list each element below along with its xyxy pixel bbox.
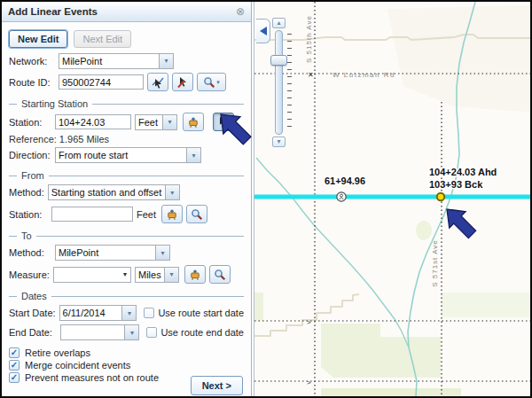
from-section: From: [9, 170, 244, 181]
use-route-start-date-label: Use route start date: [158, 308, 244, 318]
from-search-button[interactable]: [186, 205, 207, 223]
prevent-measures-checkbox[interactable]: ✓: [9, 372, 20, 383]
dates-section: Dates: [9, 291, 244, 301]
station-measure-label: 61+94.96: [325, 176, 365, 186]
to-method-label: Method:: [9, 247, 51, 258]
starting-station-input[interactable]: [55, 114, 131, 129]
field-polygon: [254, 293, 263, 321]
new-edit-button[interactable]: New Edit: [9, 30, 67, 48]
select-route-icon: [152, 76, 164, 89]
pick-station-milepost-button[interactable]: [183, 113, 204, 131]
start-date-label: Start Date:: [9, 308, 56, 318]
retire-overlaps-label: Retire overlaps: [25, 347, 90, 358]
milepost-icon: [189, 269, 201, 281]
next-button[interactable]: Next >: [191, 376, 243, 395]
end-date-picker[interactable]: ▾: [60, 324, 140, 340]
use-route-end-date-label: Use route end date: [160, 327, 244, 338]
field-polygon: [416, 221, 432, 240]
chevron-down-icon[interactable]: ▾: [164, 268, 178, 282]
start-date-value: 6/11/2014: [60, 306, 122, 320]
starting-station-section: Starting Station: [9, 98, 244, 109]
to-search-button[interactable]: [209, 265, 231, 284]
clear-selection-icon: [176, 76, 189, 89]
collapse-panel-button[interactable]: [256, 19, 270, 43]
search-icon: [191, 208, 203, 221]
network-label: Network:: [9, 56, 55, 66]
direction-mark: >: [307, 318, 311, 326]
route-id-input[interactable]: [59, 74, 144, 90]
section-label: Starting Station: [21, 98, 88, 109]
chevron-down-icon[interactable]: ▾: [165, 185, 179, 199]
chevron-down-icon[interactable]: ▾: [186, 148, 200, 162]
close-icon[interactable]: ⊗: [236, 6, 245, 17]
measure-units-value: Miles: [136, 268, 164, 282]
network-value: MilePoint: [59, 54, 159, 68]
from-method-select[interactable]: Starting station and offset ▾: [48, 184, 180, 200]
to-method-select[interactable]: MilePoint ▾: [55, 245, 170, 261]
measure-value: [54, 268, 120, 282]
picked-station-point[interactable]: [437, 193, 444, 200]
merge-coincident-events-checkbox[interactable]: ✓: [9, 360, 20, 371]
map-zoom-slider[interactable]: ▴ ▾: [270, 18, 298, 149]
start-date-picker[interactable]: 6/11/2014 ▾: [59, 305, 137, 321]
intersection-mark: ✕: [308, 71, 314, 79]
add-linear-events-panel: Add Linear Events ⊗ New Edit Next Edit N…: [2, 2, 252, 396]
section-label: From: [21, 170, 44, 181]
milepost-icon: [166, 208, 178, 221]
street-label-vertical-left: S 515th Ave: [305, 15, 313, 63]
network-select[interactable]: MilePoint ▾: [59, 53, 174, 69]
end-date-value: [61, 325, 125, 339]
chevron-down-icon[interactable]: ▾: [162, 115, 176, 129]
from-station-input[interactable]: [51, 207, 133, 222]
from-station-units: Feet: [137, 209, 156, 220]
select-station-on-map-button[interactable]: [213, 113, 234, 131]
direction-select[interactable]: From route start ▾: [55, 147, 201, 163]
zoom-slider-thumb[interactable]: [270, 55, 287, 66]
chevron-down-icon[interactable]: ▾: [155, 246, 169, 260]
zoom-in-button[interactable]: ▴: [272, 18, 286, 28]
milepost-icon: [187, 116, 200, 129]
reference-readout: Reference: 1.965 Miles: [9, 134, 244, 144]
use-route-end-date-checkbox[interactable]: [146, 327, 157, 338]
from-station-label: Station:: [9, 209, 48, 220]
select-route-on-map-button[interactable]: [147, 73, 168, 91]
select-station-icon: [217, 116, 230, 129]
street-label-horizontal: W Lutzman Rd: [332, 71, 395, 79]
search-icon: [214, 269, 226, 281]
zoom-out-button[interactable]: ▾: [272, 137, 286, 147]
collapse-left-triangle-icon: [260, 27, 267, 35]
direction-mark: >: [307, 378, 311, 386]
from-pick-milepost-button[interactable]: [161, 205, 183, 223]
station-units-value: Feet: [136, 115, 162, 129]
prevent-measures-label: Prevent measures not on route: [25, 372, 159, 383]
map-canvas[interactable]: ✕ > > W Lutzman Rd S 515th Ave S 571st A…: [254, 2, 532, 396]
to-pick-milepost-button[interactable]: [184, 265, 206, 284]
field-polygon: [321, 324, 441, 378]
station-units-select[interactable]: Feet ▾: [135, 114, 177, 130]
measure-units-select[interactable]: Miles ▾: [135, 267, 179, 283]
zoom-slider-track[interactable]: [275, 30, 283, 135]
chevron-down-icon[interactable]: ▼: [120, 268, 130, 282]
end-date-label: End Date:: [9, 327, 57, 338]
app-window: Add Linear Events ⊗ New Edit Next Edit N…: [0, 0, 532, 398]
measure-combo[interactable]: ▼: [53, 267, 131, 283]
section-label: To: [21, 230, 32, 241]
measure-label: Measure:: [9, 269, 50, 280]
next-edit-button[interactable]: Next Edit: [74, 30, 131, 48]
street-label-vertical-right: S 571st Ave: [431, 239, 439, 287]
direction-label: Direction:: [9, 150, 51, 160]
clear-route-selection-button[interactable]: [172, 73, 193, 91]
panel-title: Add Linear Events: [8, 6, 98, 17]
section-label: Dates: [21, 291, 47, 301]
search-dropdown-caret-icon[interactable]: ▾: [216, 79, 220, 86]
calendar-dropdown-icon[interactable]: ▾: [124, 325, 138, 339]
use-route-start-date-checkbox[interactable]: [144, 308, 154, 318]
zoom-slider-ticks: [287, 34, 292, 133]
route-search-button[interactable]: ▾: [197, 73, 226, 91]
chevron-down-icon[interactable]: ▾: [159, 54, 173, 68]
station-label: Station:: [9, 117, 51, 128]
picked-station-label-ahead: 104+24.03 Ahd: [429, 167, 497, 177]
retire-overlaps-checkbox[interactable]: ✓: [9, 347, 20, 358]
calendar-dropdown-icon[interactable]: ▾: [121, 306, 136, 320]
to-method-value: MilePoint: [56, 246, 155, 260]
